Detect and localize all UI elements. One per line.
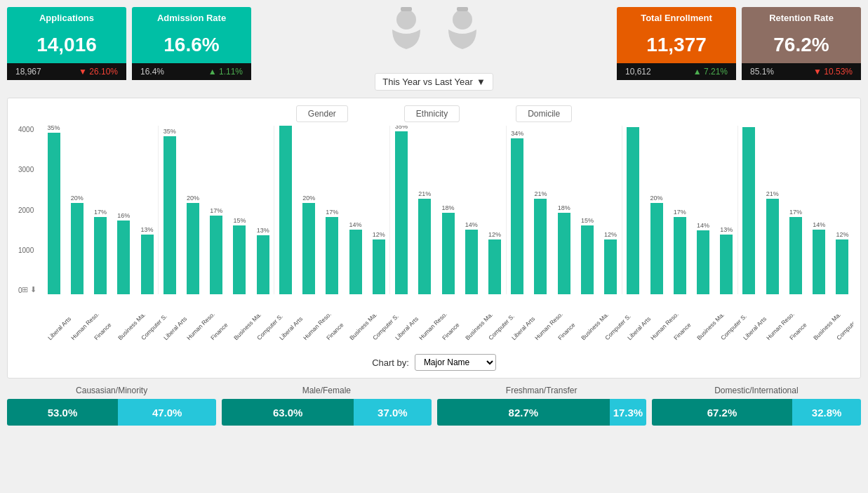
- ratio-label: Domestic/International: [652, 386, 861, 395]
- bar-wrap: 20%Human Reso.: [66, 195, 88, 294]
- bar-percent: 14%: [813, 221, 825, 228]
- retention-rate-card: Retention Rate 76.2% 85.1% ▼ 10.53%: [742, 7, 861, 91]
- total-enrollment-card: Total Enrollment 11,377 10,612 ▲ 7.21%: [617, 7, 736, 91]
- ratio-card-0: Causasian/Minority53.0%47.0%: [7, 386, 216, 426]
- bar: [650, 203, 663, 294]
- kpi-row: Applications 14,016 18,967 ▼ 26.10% Admi…: [7, 7, 861, 91]
- bar-percent: 16%: [117, 212, 130, 219]
- bar-percent: 17%: [210, 207, 222, 214]
- bar: [302, 203, 315, 294]
- bar: [789, 217, 802, 294]
- bar: [349, 230, 362, 294]
- total-enrollment-prev: 10,612: [625, 67, 651, 77]
- bars-row-2011: 35%Liberal Arts20%Human Reso.17%Finance1…: [159, 128, 274, 294]
- bars-row-2010: 35%Liberal Arts20%Human Reso.17%Finance1…: [43, 126, 158, 294]
- bar-wrap: 35%Liberal Arts: [159, 128, 180, 294]
- bar-wrap: 14%Business Ma.: [808, 221, 830, 294]
- chart-by-select[interactable]: Major Name: [415, 354, 496, 371]
- bar: [742, 127, 755, 294]
- graduation-icon-2: [441, 7, 483, 66]
- applications-change: ▼ 26.10%: [79, 67, 118, 77]
- retention-rate-change: ▼ 10.53%: [813, 67, 853, 77]
- bar: [187, 203, 199, 294]
- chart-tools-icon: ⊞ ⬇: [22, 285, 36, 294]
- bar-wrap: 21%Human Reso.: [530, 190, 552, 294]
- bar: [488, 239, 501, 294]
- bar-wrap: 20%Human Reso.: [298, 195, 320, 294]
- chart-by-label: Chart by:: [372, 357, 409, 368]
- bar: [326, 217, 338, 294]
- bar-percent: 20%: [71, 195, 84, 202]
- applications-value: 14,016: [7, 27, 126, 63]
- bar-percent: 20%: [187, 195, 199, 202]
- bar-percent: 35%: [395, 126, 408, 130]
- ratio-bar: 53.0%47.0%: [7, 399, 216, 426]
- tab-gender[interactable]: Gender: [296, 105, 348, 122]
- ratio-left: 82.7%: [437, 399, 610, 426]
- bar-wrap: 15%Business Ma.: [576, 217, 598, 294]
- year-group-2011: 201135%Liberal Arts20%Human Reso.17%Fina…: [159, 126, 274, 294]
- bar-label: Finance: [556, 322, 576, 341]
- year-selector[interactable]: This Year vs Last Year ▼: [375, 73, 493, 91]
- svg-rect-1: [401, 7, 412, 11]
- tab-ethnicity[interactable]: Ethnicity: [404, 105, 460, 122]
- bar-wrap: 20%Human Reso.: [646, 195, 667, 294]
- bar-percent: 12%: [836, 231, 848, 238]
- ratio-card-3: Domestic/International67.2%32.8%: [652, 386, 861, 426]
- bar-wrap: 15%Business Ma.: [229, 217, 251, 294]
- bar: [141, 235, 154, 294]
- bar: [395, 131, 408, 294]
- ratio-right: 37.0%: [354, 399, 431, 426]
- bar-wrap: 14%Business Ma.: [460, 221, 482, 294]
- svg-point-0: [396, 10, 416, 29]
- bar-label: Finance: [441, 322, 460, 341]
- total-enrollment-change: ▲ 7.21%: [693, 67, 728, 77]
- bar: [465, 230, 478, 294]
- year-group-2012: 201236%Liberal Arts20%Human Reso.17%Fina…: [274, 126, 389, 294]
- bars-row-2014: 34%Liberal Arts21%Human Reso.18%Finance1…: [507, 130, 622, 294]
- chart-by-row: Chart by: Major Name: [15, 354, 853, 371]
- bar-wrap: 12%Computer S.: [483, 231, 505, 294]
- bar-percent: 13%: [141, 226, 154, 233]
- bar-label: Finance: [209, 322, 229, 341]
- bar-wrap: 17%Finance: [321, 209, 343, 294]
- admission-rate-card: Admission Rate 16.6% 16.4% ▲ 1.11%: [132, 7, 251, 91]
- total-enrollment-footer: 10,612 ▲ 7.21%: [617, 63, 736, 80]
- bar-wrap: 12%Computer S.: [600, 231, 622, 294]
- bar-label: Finance: [325, 322, 345, 341]
- bar-percent: 35%: [163, 128, 176, 135]
- svg-point-3: [453, 10, 472, 29]
- bar-wrap: 18%Finance: [553, 204, 575, 294]
- bar-percent: 20%: [302, 195, 315, 202]
- svg-rect-4: [457, 7, 468, 11]
- graduation-icon-1: [385, 7, 427, 66]
- ratio-card-1: Male/Female63.0%37.0%: [222, 386, 431, 426]
- ratio-bar: 67.2%32.8%: [652, 399, 861, 426]
- bar-wrap: 17%Finance: [669, 209, 690, 294]
- bar-percent: 34%: [511, 130, 523, 137]
- ratio-row: Causasian/Minority53.0%47.0%Male/Female6…: [7, 386, 861, 426]
- bar-percent: 21%: [766, 190, 779, 197]
- bar-wrap: 36%Liberal Arts: [622, 126, 644, 294]
- grad-icons: [385, 7, 483, 66]
- bar-percent: 21%: [418, 190, 431, 197]
- retention-rate-title: Retention Rate: [742, 7, 861, 27]
- retention-rate-prev: 85.1%: [750, 67, 774, 77]
- ratio-card-2: Freshman/Transfer82.7%17.3%: [437, 386, 646, 426]
- bar: [418, 199, 431, 294]
- tab-domicile[interactable]: Domicile: [516, 105, 572, 122]
- center-section: This Year vs Last Year ▼: [257, 7, 611, 91]
- bar-wrap: 21%Human Reso.: [414, 190, 436, 294]
- bar: [581, 225, 594, 294]
- bars-row-2013: 35%Liberal Arts21%Human Reso.18%Finance1…: [390, 126, 505, 294]
- retention-rate-value: 76.2%: [742, 27, 861, 63]
- bar-wrap: 18%Finance: [437, 204, 459, 294]
- bar-wrap: 14%Business Ma.: [692, 222, 714, 294]
- bar: [534, 199, 547, 294]
- ratio-left: 63.0%: [222, 399, 354, 426]
- bar-label: Finance: [93, 322, 112, 341]
- bar-percent: 13%: [720, 226, 733, 233]
- y-axis: 0 1000 2000 3000 4000: [18, 126, 34, 294]
- bars-row-2015: 36%Liberal Arts20%Human Reso.17%Finance1…: [622, 126, 737, 294]
- bar-percent: 14%: [465, 221, 478, 228]
